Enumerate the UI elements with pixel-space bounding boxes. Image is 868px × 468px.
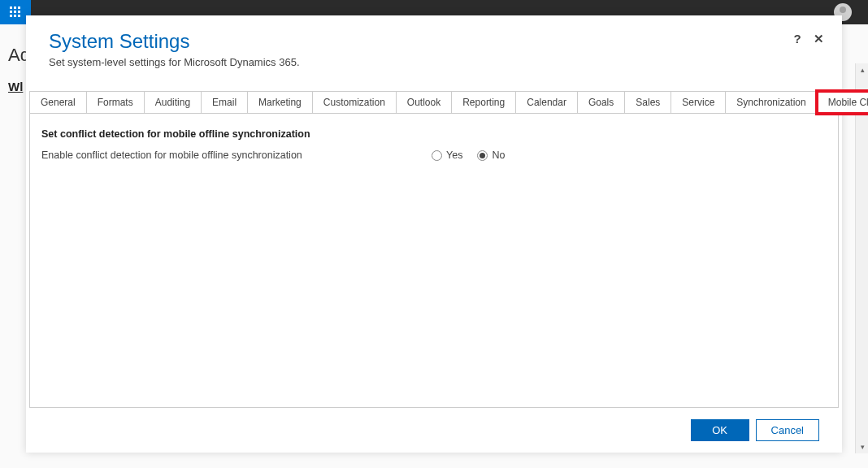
tab-calendar[interactable]: Calendar bbox=[515, 91, 578, 113]
tabs-bar: GeneralFormatsAuditingEmailMarketingCust… bbox=[29, 91, 839, 114]
field-row: Enable conflict detection for mobile off… bbox=[41, 150, 827, 161]
radio-yes[interactable]: Yes bbox=[432, 150, 462, 161]
tab-synchronization[interactable]: Synchronization bbox=[725, 91, 817, 113]
page-scrollbar[interactable]: ▴ ▾ bbox=[855, 63, 868, 453]
radio-group: Yes No bbox=[432, 150, 505, 161]
tab-goals[interactable]: Goals bbox=[577, 91, 625, 113]
tab-general[interactable]: General bbox=[29, 91, 87, 113]
tab-outlook[interactable]: Outlook bbox=[396, 91, 452, 113]
close-button[interactable]: ✕ bbox=[811, 32, 826, 46]
tab-content: Set conflict detection for mobile offlin… bbox=[29, 114, 839, 408]
tab-auditing[interactable]: Auditing bbox=[144, 91, 202, 113]
tab-sales[interactable]: Sales bbox=[624, 91, 671, 113]
tab-service[interactable]: Service bbox=[671, 91, 726, 113]
dialog-header: System Settings Set system-level setting… bbox=[26, 15, 842, 75]
waffle-icon bbox=[10, 6, 21, 18]
section-title: Set conflict detection for mobile offlin… bbox=[41, 128, 827, 140]
help-button[interactable]: ? bbox=[790, 32, 805, 46]
system-settings-dialog: System Settings Set system-level setting… bbox=[26, 15, 842, 453]
radio-circle-icon bbox=[477, 150, 488, 161]
tab-email[interactable]: Email bbox=[201, 91, 248, 113]
tab-mobile-client[interactable]: Mobile Client bbox=[817, 91, 868, 114]
radio-yes-label: Yes bbox=[446, 150, 462, 161]
scroll-down-icon[interactable]: ▾ bbox=[856, 440, 868, 453]
tab-customization[interactable]: Customization bbox=[312, 91, 397, 113]
cancel-button[interactable]: Cancel bbox=[756, 419, 819, 441]
radio-no[interactable]: No bbox=[477, 150, 505, 161]
radio-circle-icon bbox=[432, 150, 442, 161]
ok-button[interactable]: OK bbox=[691, 419, 749, 441]
scroll-up-icon[interactable]: ▴ bbox=[856, 63, 868, 76]
tab-formats[interactable]: Formats bbox=[86, 91, 145, 113]
dialog-footer: OK Cancel bbox=[26, 408, 842, 453]
dialog-subtitle: Set system-level settings for Microsoft … bbox=[49, 56, 819, 68]
tab-marketing[interactable]: Marketing bbox=[247, 91, 313, 113]
field-label: Enable conflict detection for mobile off… bbox=[41, 150, 432, 161]
dialog-title: System Settings bbox=[49, 30, 819, 53]
background-text-wi: Wl bbox=[8, 80, 23, 93]
tab-reporting[interactable]: Reporting bbox=[451, 91, 516, 113]
radio-no-label: No bbox=[492, 150, 505, 161]
